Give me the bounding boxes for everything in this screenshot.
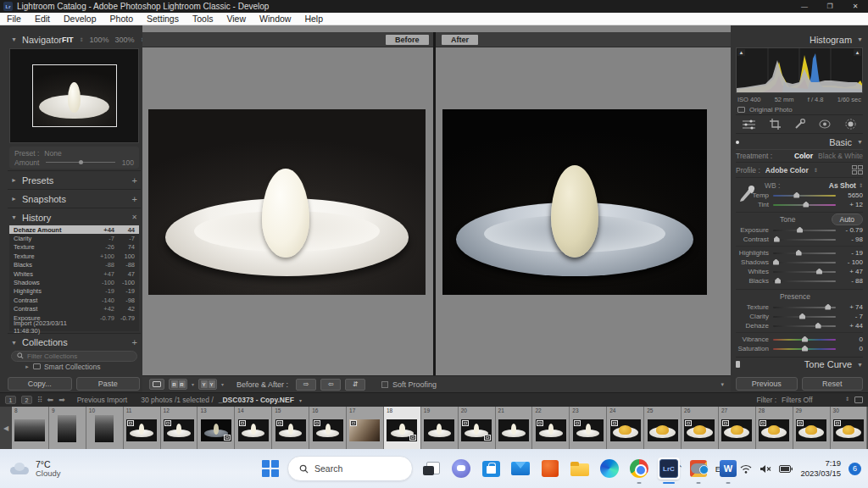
slider-track[interactable] xyxy=(773,339,836,341)
history-item[interactable]: Contrast +42 42 xyxy=(9,305,139,313)
wb-value[interactable]: As Shot xyxy=(829,181,856,190)
menu-item[interactable]: Develop xyxy=(64,14,97,24)
basic-header[interactable]: Basic ▼ xyxy=(736,135,863,149)
filmstrip-thumbnail[interactable]: 22 xyxy=(532,407,570,449)
smart-collections-item[interactable]: ► Smart Collections xyxy=(8,363,141,371)
crop-tool-icon[interactable] xyxy=(770,119,781,130)
grid-view-icon[interactable]: ⠿ xyxy=(37,396,42,404)
reset-button[interactable]: Reset xyxy=(802,377,864,391)
add-snapshot-button[interactable]: + xyxy=(132,194,137,204)
zoom-100-option[interactable]: 100% xyxy=(90,36,109,44)
history-item[interactable]: Shadows -100 -100 xyxy=(9,278,139,286)
history-item[interactable]: Clarity -7 -7 xyxy=(9,234,139,242)
back-arrow-icon[interactable]: ⬅ xyxy=(47,396,54,404)
profile-value[interactable]: Adobe Color xyxy=(765,166,809,175)
paste-button[interactable]: Paste xyxy=(76,377,141,391)
before-image[interactable] xyxy=(148,109,426,295)
slider-thumb[interactable] xyxy=(825,304,831,310)
collections-header[interactable]: ▼ Collections + xyxy=(8,336,141,350)
slider-track[interactable] xyxy=(773,262,836,263)
auto-tone-button[interactable]: Auto xyxy=(832,214,864,225)
red-eye-icon[interactable] xyxy=(819,119,831,129)
source-label[interactable]: Previous Import xyxy=(77,396,128,404)
history-item[interactable]: Texture +100 100 xyxy=(9,252,139,260)
histogram-header[interactable]: Histogram ▼ xyxy=(736,32,863,47)
filmstrip-thumbnail[interactable]: 27 xyxy=(719,407,756,449)
slider-track[interactable] xyxy=(773,348,836,350)
filmstrip-thumbnail[interactable]: 14 xyxy=(235,407,272,449)
filmstrip-thumbnail[interactable]: 16 xyxy=(309,407,347,449)
start-button[interactable] xyxy=(261,459,280,478)
slider-thumb[interactable] xyxy=(796,250,802,256)
filter-collections-box[interactable] xyxy=(11,351,137,362)
shadow-clipping-icon[interactable]: ▲ xyxy=(737,49,745,56)
previous-button[interactable]: Previous xyxy=(736,377,798,391)
history-item[interactable]: Whites +47 47 xyxy=(9,269,139,278)
menu-item[interactable]: Tools xyxy=(192,14,214,24)
tone-curve-header[interactable]: Tone Curve ▼ xyxy=(736,357,863,371)
monitor-1-button[interactable]: 1 xyxy=(5,396,16,404)
wifi-icon[interactable] xyxy=(740,464,752,474)
search-box[interactable]: Search xyxy=(287,456,413,481)
add-preset-button[interactable]: + xyxy=(132,175,137,186)
before-after-view-button[interactable]: Y Y xyxy=(198,379,217,390)
slider-thumb[interactable] xyxy=(803,202,809,208)
history-item[interactable]: Highlights -19 -19 xyxy=(9,287,139,296)
forward-arrow-icon[interactable]: ➡ xyxy=(58,396,65,404)
filter-collections-input[interactable] xyxy=(27,352,120,360)
highlight-clipping-icon[interactable]: ▲ xyxy=(854,49,861,56)
soft-proofing-checkbox[interactable] xyxy=(381,381,388,388)
menu-item[interactable]: File xyxy=(7,14,21,24)
filmstrip-thumbnail[interactable]: 30 xyxy=(831,407,868,449)
history-item[interactable]: Dehaze Amount +44 44 xyxy=(9,225,139,234)
clear-history-button[interactable]: ✕ xyxy=(131,214,137,221)
histogram-graph[interactable]: ▲ ▲ xyxy=(736,47,863,93)
minimize-button[interactable]: — xyxy=(792,0,817,13)
slider-thumb[interactable] xyxy=(799,313,805,319)
amount-slider[interactable] xyxy=(46,162,115,163)
notification-badge[interactable]: 6 xyxy=(849,463,861,475)
slider-thumb[interactable] xyxy=(797,227,803,233)
volume-muted-icon[interactable] xyxy=(760,464,771,474)
filmstrip-thumbnail[interactable]: 17 xyxy=(347,407,384,449)
slider-track[interactable] xyxy=(773,204,836,206)
copy-before-to-after-button[interactable]: ⇨ xyxy=(296,379,316,391)
toolbar-options-icon[interactable]: ▾ xyxy=(721,381,724,388)
onedrive-icon[interactable] xyxy=(691,463,708,474)
filmstrip-thumbnail[interactable]: 9 xyxy=(49,407,86,449)
taskbar-app-button[interactable]: W xyxy=(717,458,739,480)
slider-track[interactable] xyxy=(773,280,836,282)
history-item[interactable]: Texture -26 74 xyxy=(9,243,139,252)
slider-track[interactable] xyxy=(773,252,836,254)
filmstrip-thumbnail[interactable]: 19 xyxy=(421,407,459,449)
filmstrip-thumbnail[interactable]: 11 xyxy=(124,407,161,449)
menu-item[interactable]: Edit xyxy=(35,14,50,24)
taskbar-app-button[interactable] xyxy=(569,458,591,480)
taskbar-app-button[interactable] xyxy=(628,458,650,480)
zoom-fit-option[interactable]: FIT xyxy=(62,36,74,44)
wb-stepper-icon[interactable]: ⇕ xyxy=(859,182,863,188)
battery-icon[interactable] xyxy=(779,465,793,473)
menu-item[interactable]: Help xyxy=(304,14,323,24)
taskbar-app-button[interactable] xyxy=(539,458,561,480)
maximize-button[interactable]: ❐ xyxy=(817,0,843,13)
menu-item[interactable]: Settings xyxy=(147,14,179,24)
profile-stepper-icon[interactable]: ⇕ xyxy=(814,167,818,173)
filmstrip-thumbnail[interactable]: 20 xyxy=(459,407,496,449)
filmstrip-thumbnail[interactable]: 25 xyxy=(644,407,682,449)
after-image[interactable] xyxy=(442,109,707,295)
taskbar-app-button[interactable] xyxy=(598,458,620,480)
filmstrip-thumbnail[interactable]: 18 xyxy=(384,407,421,449)
filmstrip-thumbnail[interactable]: 21 xyxy=(496,407,533,449)
menu-item[interactable]: View xyxy=(226,14,246,24)
reference-view-dropdown-icon[interactable]: ▾ xyxy=(192,381,194,387)
slider-track[interactable] xyxy=(773,195,836,197)
slider-thumb[interactable] xyxy=(815,323,821,329)
treatment-bw-option[interactable]: Black & White xyxy=(818,152,863,160)
clock-widget[interactable]: 7:19 2023/03/15 xyxy=(800,458,841,479)
treatment-color-option[interactable]: Color xyxy=(794,152,813,160)
slider-track[interactable] xyxy=(773,230,836,231)
history-item[interactable]: Contrast -140 -98 xyxy=(9,296,139,304)
slider-track[interactable] xyxy=(773,325,836,327)
filmstrip-thumbnail[interactable]: 12 xyxy=(161,407,198,449)
